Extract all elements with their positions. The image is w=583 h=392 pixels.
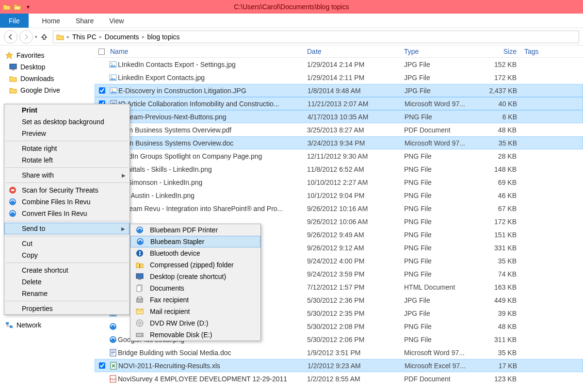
column-size[interactable]: Size	[477, 48, 520, 55]
svg-rect-63	[139, 264, 140, 268]
ctx-copy[interactable]: Copy	[4, 249, 130, 261]
label: Compressed (zipped) folder	[150, 261, 234, 269]
file-type-icon	[108, 323, 118, 330]
chevron-right-icon: ▶	[122, 173, 126, 178]
label: Bluebeam PDF Printer	[150, 226, 218, 234]
file-type: PDF Document	[404, 375, 477, 383]
file-row[interactable]: en Simonson - LinkedIn.png10/10/2012 2:2…	[95, 176, 583, 189]
svg-rect-52	[111, 352, 115, 353]
disc-icon	[135, 319, 144, 327]
file-row[interactable]: E-Discovery in Construction Litigation.J…	[95, 84, 583, 97]
ctx-preview[interactable]: Preview	[4, 128, 130, 139]
sendto-bluebeam-stapler[interactable]: Bluebeam Stapler	[130, 236, 260, 247]
sidebar-network[interactable]: Network	[0, 319, 95, 331]
ctx-combine-revu[interactable]: Combine Files In Revu	[4, 196, 130, 208]
sendto-fax[interactable]: Fax recipient	[130, 294, 260, 306]
forward-button	[19, 30, 33, 44]
file-row[interactable]: IO Article Collaboration Infomobility an…	[95, 97, 583, 110]
ctx-rename[interactable]: Rename	[4, 288, 130, 299]
ctx-rotate-left[interactable]: Rotate left	[4, 154, 130, 166]
file-row[interactable]: LInkedIn Contacts Export - Settings.jpg1…	[95, 58, 583, 71]
sendto-documents[interactable]: Documents	[130, 282, 260, 294]
file-row[interactable]: uebeam-Previous-Next-Buttons.png4/17/201…	[95, 110, 583, 123]
svg-point-9	[112, 89, 113, 90]
file-type: JPG File	[404, 310, 477, 317]
file-row[interactable]: Bridge Building with Social Media.doc1/9…	[95, 346, 583, 359]
mail-icon	[135, 307, 144, 316]
file-date: 3/25/2013 8:27 AM	[307, 126, 404, 134]
up-button[interactable]	[39, 32, 49, 42]
sendto-bluetooth[interactable]: Bluetooth device	[130, 247, 260, 259]
ctx-cut[interactable]: Cut	[4, 238, 130, 249]
file-row[interactable]: LinkedIn Export Contacts.jpg1/29/2014 2:…	[95, 71, 583, 84]
sidebar-desktop[interactable]: Desktop	[0, 61, 95, 73]
home-tab[interactable]: Home	[34, 14, 68, 28]
sendto-mail[interactable]: Mail recipient	[130, 306, 260, 317]
file-size: 2,437 KB	[477, 87, 521, 95]
file-tab[interactable]: File	[0, 14, 29, 28]
title-bar: ▼ C:\Users\Carol\Documents\blog topics	[0, 0, 583, 14]
sendto-desktop[interactable]: Desktop (create shortcut)	[130, 271, 260, 282]
ctx-print[interactable]: Print	[4, 104, 130, 116]
column-name[interactable]: Name	[108, 48, 307, 55]
ctx-set-bg[interactable]: Set as desktop background	[4, 116, 130, 128]
view-tab[interactable]: View	[101, 14, 131, 28]
ctx-scan[interactable]: Scan for Security Threats	[4, 184, 130, 196]
row-checkbox[interactable]	[95, 87, 109, 94]
file-type-icon	[109, 87, 118, 95]
column-date[interactable]: Date	[307, 48, 404, 55]
file-type: JPG File	[404, 74, 477, 82]
share-tab[interactable]: Share	[68, 14, 101, 28]
separator	[5, 236, 129, 236]
file-row[interactable]: PDFagen Business Systems Overview.pdf3/2…	[95, 123, 583, 136]
ctx-delete[interactable]: Delete	[4, 276, 130, 288]
file-row[interactable]: ubmittals - Skills - LinkedIn.png11/8/20…	[95, 163, 583, 176]
history-dropdown-icon[interactable]: ▾	[35, 34, 37, 39]
breadcrumb-blog-topics[interactable]: blog topics	[146, 33, 181, 41]
revu-icon	[8, 197, 17, 206]
revu-icon	[136, 237, 145, 246]
ctx-send-to[interactable]: Send to▶	[4, 223, 130, 234]
row-checkbox[interactable]	[95, 362, 109, 369]
ctx-properties[interactable]: Properties	[4, 303, 130, 314]
file-row[interactable]: NOVI-2011-Recruiting-Results.xls1/2/2012…	[95, 359, 583, 372]
back-button[interactable]	[4, 30, 17, 44]
sendto-zip[interactable]: Compressed (zipped) folder	[130, 259, 260, 271]
chevron-right-icon[interactable]: ▸	[67, 34, 69, 39]
file-date: 1/29/2014 2:14 PM	[307, 61, 404, 68]
label: Documents	[150, 284, 184, 292]
send-to-submenu: Bluebeam PDF Printer Bluebeam Stapler Bl…	[130, 224, 261, 341]
file-date: 9/26/2012 10:06 AM	[307, 218, 404, 226]
column-tags[interactable]: Tags	[520, 48, 569, 55]
chevron-right-icon[interactable]: ▸	[142, 34, 145, 39]
breadcrumb-documents[interactable]: Documents	[104, 33, 140, 41]
sidebar-google-drive[interactable]: Google Drive	[0, 84, 95, 96]
sidebar-favorites[interactable]: Favorites	[0, 49, 95, 61]
address-bar[interactable]: ▸ This PC ▸ Documents ▸ blog topics	[53, 31, 579, 43]
ctx-rotate-right[interactable]: Rotate right	[4, 143, 130, 154]
breadcrumb-this-pc[interactable]: This PC	[71, 33, 97, 41]
svg-point-62	[136, 250, 143, 257]
sendto-bluebeam-printer[interactable]: Bluebeam PDF Printer	[130, 224, 260, 236]
ctx-create-shortcut[interactable]: Create shortcut	[4, 264, 130, 276]
file-row[interactable]: PDFNoviSurvey 4 EMPLOYEE DEVELOPMENT 12-…	[95, 372, 583, 385]
file-row[interactable]: nkedIn Groups Spotlight on Company Page.…	[95, 149, 583, 163]
sendto-removable[interactable]: Removable Disk (E:)	[130, 329, 260, 341]
file-type: PNG File	[404, 270, 477, 278]
file-type: PNG File	[404, 192, 477, 199]
label: Convert Files In Revu	[22, 210, 87, 217]
qat-dropdown-icon[interactable]: ▼	[23, 2, 33, 12]
chevron-right-icon[interactable]: ▸	[99, 34, 102, 39]
column-type[interactable]: Type	[404, 48, 477, 55]
file-row[interactable]: nda Austin - LinkedIn.png10/1/2012 9:04 …	[95, 189, 583, 202]
file-row[interactable]: uebeam Revu - Integration into SharePoin…	[95, 202, 583, 215]
file-row[interactable]: agen Business Systems Overview.doc3/24/2…	[95, 136, 583, 149]
file-name: agen Business Systems Overview.doc	[118, 139, 308, 147]
select-all-checkbox[interactable]	[98, 49, 105, 55]
sidebar-downloads[interactable]: Downloads	[0, 73, 95, 84]
sendto-dvd[interactable]: DVD RW Drive (D:)	[130, 317, 260, 329]
ctx-share-with[interactable]: Share with▶	[4, 169, 130, 181]
file-type: PNG File	[405, 113, 477, 121]
svg-rect-0	[10, 64, 16, 69]
ctx-convert-revu[interactable]: Convert Files In Revu	[4, 208, 130, 219]
